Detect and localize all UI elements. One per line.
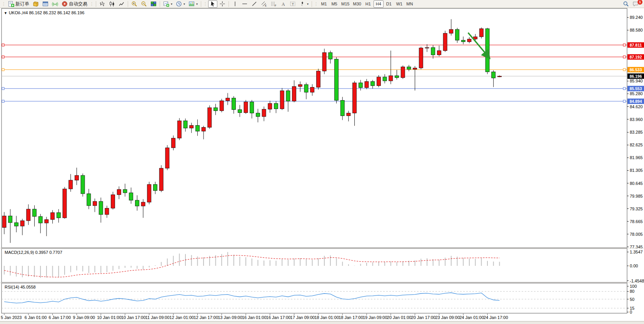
time-axis-label: 5 Jan 2023 — [1, 315, 22, 320]
time-axis-label: 23 Jan 09:00 — [435, 315, 460, 320]
time-axis-label: 16 Jan 17:00 — [266, 315, 291, 320]
timeframe-m1-button[interactable]: M1 — [319, 0, 329, 8]
new-chart-button[interactable]: ▾ — [162, 0, 174, 8]
time-axis-label: 13 Jan 09:00 — [218, 315, 242, 320]
price-line-label: 84.894 — [629, 99, 642, 104]
text-button[interactable]: A — [279, 0, 288, 8]
toolbar: ⋮ 新订单 自动交易 ⋮ ▾ ▾ — [0, 0, 644, 8]
candle-body — [105, 208, 109, 215]
new-order-button[interactable]: 新订单 — [7, 0, 31, 8]
text-icon: A — [280, 1, 286, 7]
timeframe-m5-button[interactable]: M5 — [329, 0, 339, 8]
auto-trading-button[interactable]: 自动交易 — [60, 0, 89, 8]
signals-button[interactable] — [50, 0, 60, 8]
time-axis-label: 9 Jan 09:00 — [73, 315, 95, 320]
candle-body — [208, 108, 212, 128]
candle-body — [335, 59, 339, 100]
hline-right-handle — [623, 87, 626, 90]
candle-body — [286, 91, 290, 101]
clock-icon — [176, 1, 182, 7]
search-button[interactable] — [621, 0, 631, 8]
chat-button[interactable]: 1 — [631, 0, 641, 8]
candle-body — [304, 84, 308, 92]
price-line-label: 87.811 — [630, 43, 642, 47]
chart-canvas[interactable]: 89.24088.58085.94085.28084.62083.96083.2… — [0, 0, 644, 324]
candle-body — [220, 101, 224, 111]
trendline-icon — [251, 1, 257, 7]
candle-body — [129, 193, 133, 200]
text-label-button[interactable]: T — [288, 0, 297, 8]
timeframe-mn-button[interactable]: MN — [405, 0, 415, 8]
candle-body — [75, 175, 78, 180]
chart-profiles-button[interactable] — [31, 0, 40, 8]
bar-chart-button[interactable] — [98, 0, 107, 8]
fibonacci-button[interactable]: F — [269, 0, 278, 8]
candle-body — [322, 52, 326, 71]
candle-body — [99, 201, 103, 215]
timeframe-h1-button[interactable]: H1 — [363, 0, 373, 8]
cursor-button[interactable] — [208, 0, 217, 8]
zoom-out-button[interactable] — [139, 0, 148, 8]
candle-body — [280, 91, 284, 109]
toolbar-separator — [201, 1, 201, 7]
line-chart-button[interactable] — [117, 0, 126, 8]
macd-axis-label: -1.4548 — [630, 279, 644, 283]
candle-body — [20, 221, 24, 226]
candle-body — [479, 29, 483, 37]
candle-body — [172, 138, 175, 148]
vertical-line-button[interactable] — [230, 0, 240, 8]
candle-body — [310, 87, 314, 92]
crosshair-button[interactable] — [218, 0, 227, 8]
symbol-dropdown-icon[interactable]: ▼ — [4, 11, 7, 15]
timeframe-m15-button[interactable]: M15 — [340, 0, 351, 8]
candle-body — [184, 121, 187, 128]
zoom-in-button[interactable] — [130, 0, 139, 8]
timeframe-d1-button[interactable]: D1 — [384, 0, 394, 8]
rsi-axis-label: 50 — [630, 297, 634, 302]
candle-body — [159, 168, 163, 191]
candle-body — [238, 110, 242, 113]
arrows-button[interactable]: ▾ — [298, 0, 310, 8]
candle-body — [365, 81, 369, 87]
candle-body — [202, 128, 205, 131]
time-axis-label: 18 Jan 01:00 — [314, 315, 339, 320]
periods-button[interactable]: ▾ — [174, 0, 187, 8]
tile-windows-icon — [150, 1, 157, 7]
svg-text:E: E — [265, 4, 267, 7]
svg-text:T: T — [292, 2, 294, 6]
horizontal-line-button[interactable] — [240, 0, 249, 8]
time-axis-label: 24 Jan 01:00 — [459, 315, 484, 320]
trendline-button[interactable] — [250, 0, 259, 8]
price-axis-label: 81.965 — [630, 155, 643, 160]
tile-windows-button[interactable] — [149, 0, 158, 8]
price-axis-label: 83.960 — [630, 117, 643, 122]
candlestick-chart-button[interactable] — [107, 0, 117, 8]
candle-body — [431, 47, 435, 55]
timeframe-h4-button[interactable]: H4 — [374, 0, 384, 8]
candle-body — [147, 185, 151, 202]
equidistant-channel-button[interactable]: E — [259, 0, 269, 8]
price-axis-label: 89.240 — [630, 15, 643, 20]
candle-body — [195, 126, 199, 131]
candle-body — [449, 29, 453, 33]
chart-profiles-icon — [33, 1, 39, 7]
candle-body — [268, 104, 272, 109]
timeframe-m30-button[interactable]: M30 — [351, 0, 362, 8]
arrows-icon — [299, 1, 305, 7]
price-line-label: 86.533 — [629, 67, 642, 72]
templates-button[interactable]: ▾ — [187, 0, 199, 8]
candle-body — [123, 190, 127, 193]
price-line-label: 87.192 — [629, 55, 642, 59]
line-chart-icon — [118, 1, 125, 7]
candle-body — [33, 209, 37, 217]
chart-title[interactable]: ▼UKOil-,H4 86.162 86.232 86.142 86.196 — [4, 10, 84, 15]
hline-right-handle — [623, 69, 626, 71]
candle-body — [292, 86, 296, 101]
candle-body — [14, 223, 18, 226]
terminal-button[interactable] — [41, 0, 50, 8]
candle-body — [2, 216, 6, 227]
rsi-indicator-label: RSI(14) 45.0558 — [5, 285, 36, 289]
vertical-line-icon — [232, 1, 238, 7]
candle-body — [461, 40, 465, 42]
timeframe-w1-button[interactable]: W1 — [394, 0, 404, 8]
